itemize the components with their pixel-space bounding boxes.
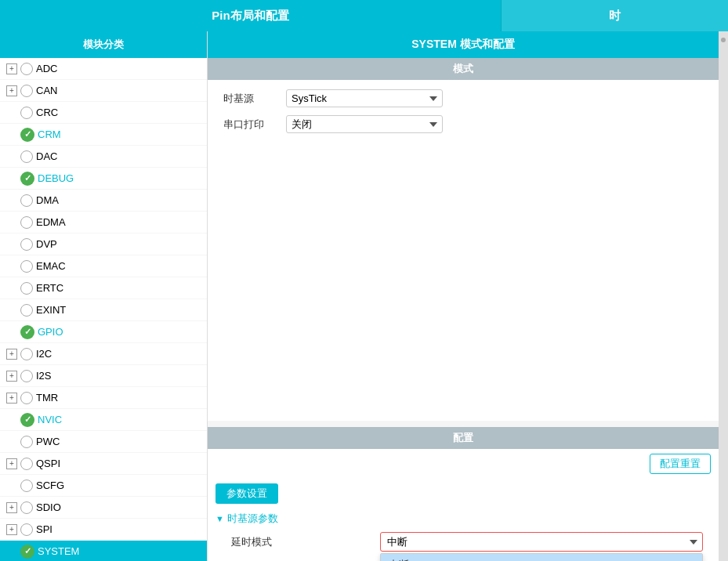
radio-I2S bbox=[20, 370, 33, 382]
radio-DVP bbox=[20, 238, 33, 251]
expand-icon-I2S: + bbox=[6, 371, 17, 382]
mode-label-shijiyuan: 时基源 bbox=[223, 92, 286, 106]
radio-TMR bbox=[20, 392, 33, 404]
content-area: SYSTEM 模式和配置 模式 时基源 SysTick 串口打印 bbox=[208, 31, 719, 561]
expand-icon-QSPI: + bbox=[6, 458, 17, 469]
mode-label-chuankoudayin: 串口打印 bbox=[223, 118, 286, 132]
sidebar-item-DMA[interactable]: DMA bbox=[0, 190, 207, 212]
mode-row-shijiyuan: 时基源 SysTick bbox=[223, 89, 703, 107]
param-row-delay-mode: 延时模式 中断 轮询 中断 轮询 bbox=[216, 529, 711, 555]
sidebar-item-NVIC[interactable]: NVIC bbox=[0, 409, 207, 431]
mode-fields: 时基源 SysTick 串口打印 关闭 bbox=[208, 80, 719, 150]
mode-select-chuankoudayin[interactable]: 关闭 bbox=[286, 115, 443, 133]
tab-param-button[interactable]: 参数设置 bbox=[216, 483, 278, 504]
expand-icon-ADC: + bbox=[6, 63, 17, 74]
expand-icon-SPI: + bbox=[6, 524, 17, 535]
page-title-text: Pin布局和配置 bbox=[212, 9, 288, 24]
check-NVIC bbox=[20, 413, 34, 427]
sidebar-item-SCFG[interactable]: SCFG bbox=[0, 475, 207, 497]
top-bar: Pin布局和配置 时 bbox=[0, 0, 728, 31]
page-title: Pin布局和配置 bbox=[0, 0, 501, 31]
radio-EDMA bbox=[20, 216, 33, 229]
radio-SDIO bbox=[20, 501, 33, 514]
spacer bbox=[208, 150, 719, 421]
sidebar-item-SDIO[interactable]: + SDIO bbox=[0, 497, 207, 519]
right-scrollbar bbox=[719, 31, 728, 561]
sidebar-item-QSPI[interactable]: + QSPI bbox=[0, 453, 207, 475]
sidebar: 模块分类 + ADC + CAN CRC bbox=[0, 31, 208, 561]
dropdown-item-zhongduan[interactable]: 中断 bbox=[381, 554, 702, 561]
mode-select-shijiyuan[interactable]: SysTick bbox=[286, 89, 443, 107]
sidebar-item-SPI[interactable]: + SPI bbox=[0, 519, 207, 541]
radio-SPI bbox=[20, 523, 33, 536]
sidebar-item-DEBUG[interactable]: DEBUG bbox=[0, 168, 207, 190]
mode-section-title: 模式 bbox=[208, 58, 719, 80]
radio-SCFG bbox=[20, 480, 33, 492]
system-section-header: SYSTEM 模式和配置 bbox=[208, 31, 719, 58]
config-section-title: 配置 bbox=[208, 427, 719, 449]
sidebar-item-I2C[interactable]: + I2C bbox=[0, 343, 207, 365]
radio-I2C bbox=[20, 348, 33, 360]
radio-PWC bbox=[20, 436, 33, 448]
sidebar-item-ERTC[interactable]: ERTC bbox=[0, 277, 207, 299]
sidebar-item-DVP[interactable]: DVP bbox=[0, 233, 207, 255]
sidebar-item-EDMA[interactable]: EDMA bbox=[0, 212, 207, 233]
sidebar-item-CAN[interactable]: + CAN bbox=[0, 80, 207, 102]
sidebar-item-EXINT[interactable]: EXINT bbox=[0, 299, 207, 321]
chevron-down-icon: ▼ bbox=[216, 514, 224, 523]
reset-button[interactable]: 配置重置 bbox=[650, 454, 711, 474]
expand-icon-SDIO: + bbox=[6, 502, 17, 513]
check-SYSTEM bbox=[20, 545, 34, 559]
sidebar-item-EMAC[interactable]: EMAC bbox=[0, 255, 207, 277]
right-tab-label: 时 bbox=[609, 9, 621, 24]
radio-CAN bbox=[20, 85, 33, 97]
radio-DMA bbox=[20, 194, 33, 207]
mode-row-chuankoudayin: 串口打印 关闭 bbox=[223, 115, 703, 133]
param-group-title[interactable]: ▼ 时基源参数 bbox=[216, 509, 711, 529]
expand-icon-CAN: + bbox=[6, 85, 17, 96]
sidebar-item-CRM[interactable]: CRM bbox=[0, 124, 207, 146]
param-label-delay-mode: 延时模式 bbox=[223, 535, 380, 549]
check-GPIO bbox=[20, 325, 34, 339]
radio-EMAC bbox=[20, 260, 33, 273]
delay-mode-dropdown: 中断 轮询 bbox=[380, 553, 703, 561]
sidebar-item-GPIO[interactable]: GPIO bbox=[0, 321, 207, 343]
tab-bar: 参数设置 bbox=[208, 479, 719, 509]
expand-icon-I2C: + bbox=[6, 349, 17, 360]
sidebar-item-ADC[interactable]: + ADC bbox=[0, 58, 207, 80]
sidebar-item-SYSTEM[interactable]: SYSTEM bbox=[0, 541, 207, 561]
radio-ERTC bbox=[20, 282, 33, 295]
param-group: ▼ 时基源参数 延时模式 中断 轮询 中断 bbox=[208, 509, 719, 561]
config-section: 配置 配置重置 参数设置 ▼ 时基源参数 延时模式 bbox=[208, 427, 719, 561]
radio-ADC bbox=[20, 63, 33, 75]
check-CRM bbox=[20, 128, 34, 142]
param-select-wrap: 中断 轮询 中断 轮询 bbox=[380, 532, 703, 552]
scroll-indicator bbox=[721, 38, 726, 42]
sidebar-item-CRC[interactable]: CRC bbox=[0, 102, 207, 124]
config-reset-bar: 配置重置 bbox=[208, 449, 719, 479]
sidebar-item-DAC[interactable]: DAC bbox=[0, 146, 207, 168]
sidebar-item-PWC[interactable]: PWC bbox=[0, 431, 207, 453]
radio-CRC bbox=[20, 107, 33, 119]
radio-QSPI bbox=[20, 458, 33, 470]
param-select-delay-mode[interactable]: 中断 轮询 bbox=[380, 532, 703, 552]
expand-icon-TMR: + bbox=[6, 393, 17, 404]
check-DEBUG bbox=[20, 172, 34, 186]
top-bar-right-tab[interactable]: 时 bbox=[501, 0, 728, 31]
sidebar-header: 模块分类 bbox=[0, 31, 207, 58]
sidebar-item-TMR[interactable]: + TMR bbox=[0, 387, 207, 409]
mode-section-block: 模式 时基源 SysTick 串口打印 关闭 bbox=[208, 58, 719, 150]
sidebar-item-I2S[interactable]: + I2S bbox=[0, 365, 207, 387]
radio-DAC bbox=[20, 150, 33, 163]
radio-EXINT bbox=[20, 304, 33, 317]
